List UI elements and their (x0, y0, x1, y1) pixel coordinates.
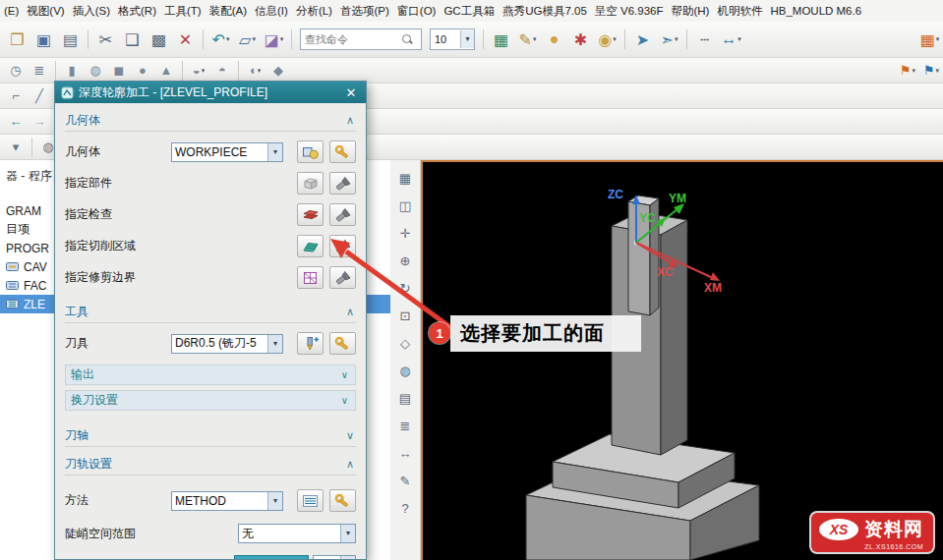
chevron-down-icon[interactable]: ▾ (267, 143, 282, 161)
tool-combo[interactable]: D6R0.5 (铣刀-5 ▾ (171, 334, 283, 354)
specify-trim-boundary-button[interactable] (297, 266, 324, 289)
rotate-icon[interactable]: ↻ (394, 277, 416, 299)
line-icon[interactable]: ╱ (29, 85, 50, 107)
tool-section-header[interactable]: 工具 ∧ (65, 301, 356, 323)
chevron-down-icon[interactable]: ∨ (341, 369, 350, 380)
merge-distance-input[interactable] (234, 555, 309, 559)
unite-icon[interactable]: ◒▾ (188, 60, 209, 82)
print-icon[interactable]: ▤ (58, 27, 83, 52)
dropdown-arrow-icon[interactable]: ▾ (913, 67, 916, 75)
menu-window[interactable]: 窗口(O) (393, 0, 441, 22)
close-icon[interactable]: ✕ (342, 85, 360, 100)
paste-icon[interactable]: ▩ (147, 27, 171, 52)
new-method-button[interactable] (329, 489, 356, 512)
layer-visibility-icon[interactable]: ≣ (394, 415, 416, 436)
menu-analysis[interactable]: 分析(L) (292, 0, 336, 22)
pan-icon[interactable]: ✛ (394, 222, 416, 244)
dropdown-arrow-icon[interactable]: ▾ (936, 67, 940, 75)
cut-icon[interactable]: ✂ (93, 27, 118, 52)
dropdown-arrow-icon[interactable]: ▾ (202, 67, 206, 75)
chevron-up-icon[interactable]: ∧ (346, 458, 356, 471)
method-combo[interactable]: METHOD ▾ (171, 491, 283, 511)
layer-select[interactable]: 10 ▾ (430, 28, 475, 50)
selection-filter-icon[interactable]: ▾ (5, 137, 27, 158)
dashed-line-icon[interactable]: ┄ (692, 27, 717, 52)
undo-icon[interactable]: ↶▾ (208, 27, 233, 52)
display-cut-area-button[interactable] (329, 235, 356, 257)
command-finder-input[interactable] (303, 32, 401, 46)
copy-icon[interactable]: ❑ (120, 27, 145, 52)
tool-change-subsection[interactable]: 换刀设置 ∨ (65, 390, 356, 411)
steep-containment-combo[interactable]: 无 ▾ (238, 524, 356, 543)
menu-preferences[interactable]: 首选项(P) (336, 0, 393, 22)
flag-orange-icon[interactable]: ⚑▾ (897, 60, 918, 82)
view-manipulate-icon[interactable]: ▦ (394, 167, 416, 189)
cone-icon[interactable]: ▲ (155, 60, 177, 82)
specify-cut-area-button[interactable] (297, 235, 324, 257)
command-finder[interactable] (300, 28, 422, 50)
dropdown-arrow-icon[interactable]: ▾ (533, 35, 537, 43)
specify-check-button[interactable] (297, 203, 324, 226)
sketch-icon[interactable]: ▱▾ (235, 27, 260, 52)
back-icon[interactable]: ← (5, 111, 27, 133)
display-check-button[interactable] (329, 203, 356, 226)
menu-tools[interactable]: 工具(T) (160, 0, 206, 22)
menu-help[interactable]: 帮助(H) (667, 0, 713, 22)
chevron-down-icon[interactable]: ∨ (346, 429, 356, 442)
menu-view[interactable]: 视图(V) (23, 0, 68, 22)
menu-information[interactable]: 信息(I) (251, 0, 292, 22)
zoom-icon[interactable]: ⊕ (394, 250, 416, 271)
dialog-title-bar[interactable]: 深度轮廓加工 - [ZLEVEL_PROFILE] ✕ (55, 82, 366, 103)
clip-section-icon[interactable]: ◫ (394, 195, 416, 216)
menu-gc-toolbox[interactable]: GC工具箱 (440, 0, 499, 22)
geometry-combo[interactable]: WORKPIECE ▾ (171, 142, 283, 162)
menu-hb-mould[interactable]: HB_MOULD M6.6 (766, 0, 865, 22)
edit-tool-button[interactable] (329, 332, 356, 355)
point-arrow-icon[interactable]: ➤ (630, 27, 655, 52)
tool-axis-section-header[interactable]: 刀轴 ∨ (65, 424, 356, 447)
graphics-viewport[interactable]: ZC YM YC XC XM XS 资料网 ZL.XS1616.COM (421, 160, 943, 560)
shade-mode-icon[interactable]: ◍ (394, 360, 416, 381)
profile-icon[interactable]: ⌐ (5, 85, 27, 107)
chevron-up-icon[interactable]: ∧ (346, 306, 356, 318)
chevron-down-icon[interactable]: ∨ (341, 395, 350, 406)
ball-mill-icon[interactable]: ◉▾ (595, 27, 619, 52)
merge-distance-unit-combo[interactable]: ▾ (313, 555, 356, 559)
subtract-icon[interactable]: ◓ (211, 60, 233, 82)
extrude-icon[interactable]: ▮ (61, 60, 83, 82)
layer-settings-icon[interactable]: ≣ (29, 60, 50, 82)
revolve-icon[interactable]: ◍ (85, 60, 106, 82)
dropdown-arrow-icon[interactable]: ▾ (613, 35, 617, 43)
block-icon[interactable]: ◼ (108, 60, 130, 82)
curve-icon[interactable]: ✎▾ (515, 27, 540, 52)
fit-view-icon[interactable]: ⊡ (394, 305, 416, 326)
menu-yanxiu-mold[interactable]: 燕秀UG模具7.05 (499, 0, 591, 22)
chevron-down-icon[interactable]: ▾ (267, 335, 282, 353)
window-grid-icon[interactable]: ▦▾ (917, 27, 942, 52)
menu-edit[interactable]: (E) (0, 0, 23, 22)
dropdown-arrow-icon[interactable]: ▾ (280, 35, 284, 43)
dropdown-arrow-icon[interactable]: ▾ (226, 35, 230, 43)
dropdown-arrow-icon[interactable]: ▾ (258, 67, 262, 75)
orient-icon[interactable]: ◇ (394, 332, 416, 354)
new-tool-button[interactable] (297, 332, 324, 355)
chevron-down-icon[interactable]: ▾ (267, 492, 282, 510)
boolean-icon[interactable]: ✱ (568, 27, 593, 52)
chevron-down-icon[interactable]: ▾ (340, 525, 355, 542)
snapshot-icon[interactable]: ◷ (5, 60, 27, 82)
menu-format[interactable]: 格式(R) (114, 0, 160, 22)
save-icon[interactable]: ▣ (31, 27, 56, 52)
dropdown-arrow-icon[interactable]: ▾ (675, 35, 678, 43)
menu-jiming-software[interactable]: 机明软件 (713, 0, 766, 22)
display-part-button[interactable] (329, 172, 356, 195)
chamfer-icon[interactable]: ◆ (267, 60, 289, 82)
edit-method-button[interactable] (297, 489, 324, 512)
menu-assemblies[interactable]: 装配(A) (206, 0, 251, 22)
help-icon[interactable]: ? (394, 497, 416, 519)
sphere-tool-icon[interactable]: ● (542, 27, 566, 52)
delete-icon[interactable]: ✕ (173, 27, 198, 52)
model-3d[interactable] (423, 162, 943, 560)
dropdown-arrow-icon[interactable]: ▾ (737, 35, 741, 43)
forward-icon[interactable]: → (29, 111, 50, 133)
search-icon[interactable] (401, 33, 413, 45)
